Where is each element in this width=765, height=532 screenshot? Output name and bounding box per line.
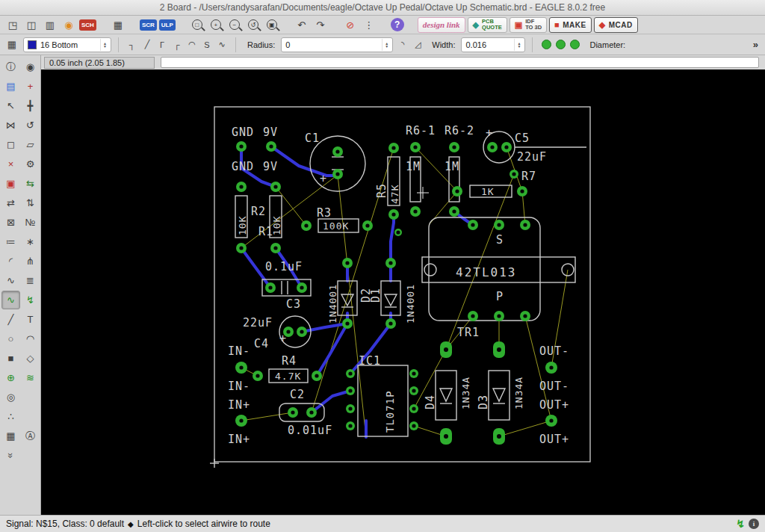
split-tool[interactable]: ⋔	[21, 252, 40, 270]
more-options-button[interactable]: ⋮	[361, 17, 377, 32]
ripup-tool[interactable]: ↯	[21, 291, 40, 309]
toolbar-overflow-chevron[interactable]: »	[753, 39, 761, 50]
radius-select[interactable]: 0	[281, 37, 393, 52]
miter-straight-button[interactable]: ◿	[411, 38, 424, 52]
via-shape-round-button[interactable]	[542, 40, 551, 49]
print-button[interactable]: ▥	[42, 17, 58, 32]
zoom-out-button[interactable]: −	[226, 17, 243, 32]
meander-tool[interactable]: ∿	[1, 271, 20, 290]
idf-to-3d-button[interactable]: ▣IDFTO 3D	[510, 17, 547, 33]
align-tool[interactable]: ≣	[21, 271, 40, 290]
bend-style-freehand[interactable]: ∿	[215, 38, 229, 52]
bend-style-90-down[interactable]: Γ	[155, 38, 169, 52]
miter-round-button[interactable]: ◝	[396, 38, 409, 52]
drill-hole	[413, 209, 417, 213]
split-tool-icon: ⋔	[26, 256, 34, 267]
select-tool[interactable]: ↖	[1, 96, 20, 115]
change-tool[interactable]: ⚙	[21, 155, 40, 173]
text-tool[interactable]: T	[21, 310, 40, 329]
gateswap-tool[interactable]: ⇅	[21, 194, 40, 212]
group-tool[interactable]: ◻	[1, 135, 20, 154]
rect-tool[interactable]: ■	[1, 349, 20, 368]
bend-style-s[interactable]: S	[200, 38, 214, 52]
mark-tool[interactable]: +	[21, 77, 40, 96]
notification-icon[interactable]: i	[749, 519, 759, 529]
lightning-icon[interactable]: ↯	[736, 518, 745, 530]
drill-hole	[452, 209, 456, 213]
make-button[interactable]: ■MAKE	[549, 17, 592, 33]
paste-tool[interactable]: ▣	[1, 174, 20, 193]
copy-tool[interactable]: ▱	[21, 135, 40, 154]
signal-tool[interactable]: ≋	[21, 368, 40, 387]
arc-tool[interactable]: ◠	[21, 330, 40, 348]
zoom-in-button[interactable]: +	[208, 17, 224, 32]
circle-tool[interactable]: ○	[1, 330, 20, 348]
cam-processor-button[interactable]: ◉	[61, 17, 77, 32]
mcad-button[interactable]: ◆MCAD	[594, 17, 638, 33]
pcb-drawing[interactable]: GND9VC1R6-1R6-2C522uFGND9V1M1MR71KR547K1…	[41, 69, 765, 515]
show-tool[interactable]: ◉	[21, 58, 40, 76]
switch-to-schematic-button[interactable]: SCH	[79, 19, 96, 31]
hole-tool[interactable]: ◎	[1, 388, 20, 406]
via-shape-square-button[interactable]	[570, 40, 580, 49]
bend-style-arc[interactable]: ◠	[185, 38, 199, 52]
drill-hole	[286, 330, 290, 333]
undo-button[interactable]: ↶	[294, 17, 310, 32]
drill-hole	[239, 144, 243, 148]
rotate-tool[interactable]: ↺	[21, 116, 40, 134]
pinswap-tool[interactable]: ⇆	[21, 174, 40, 193]
bend-style-corner[interactable]: ┌	[170, 38, 184, 52]
silkscreen-label: 1M	[445, 160, 459, 173]
mcad-button-icon: ◆	[599, 20, 606, 30]
expand-tools[interactable]: »	[1, 446, 20, 465]
stop-button[interactable]: ⊘	[342, 17, 359, 32]
errors-tool[interactable]: Ⓐ	[21, 427, 40, 445]
design-manager-button[interactable]: ▦	[110, 17, 126, 32]
bend-style-90-up[interactable]: ┐	[126, 38, 139, 52]
board-canvas[interactable]: GND9VC1R6-1R6-2C522uFGND9V1M1MR71KR547K1…	[41, 69, 765, 515]
help-button[interactable]: ?	[391, 18, 404, 31]
silkscreen-label: 0.1uF	[265, 260, 303, 273]
pcb-quote-button-icon: ◆	[473, 20, 479, 30]
move-tool[interactable]: ╋	[21, 96, 40, 115]
via-shape-octagon-button[interactable]	[556, 40, 566, 49]
display-layers-tool[interactable]: ▤	[1, 77, 20, 96]
redo-button[interactable]: ↷	[312, 17, 329, 32]
smash-tool[interactable]: ∗	[21, 232, 40, 251]
drc-tool[interactable]: ▦	[1, 427, 20, 445]
delete-tool-icon: ×	[8, 158, 14, 170]
replace-tool[interactable]: ⇄	[1, 194, 20, 212]
design-link-button[interactable]: design link	[418, 17, 465, 33]
name-tool[interactable]: №	[21, 213, 40, 232]
route-tool-icon: ∿	[7, 294, 15, 306]
layer-select[interactable]: 16 Bottom	[23, 37, 111, 52]
run-script-button[interactable]: SCR	[140, 19, 157, 31]
ratsnest-tool[interactable]: ∴	[1, 407, 20, 426]
lock-tool[interactable]: ⊠	[1, 213, 20, 232]
value-tool[interactable]: ≔	[1, 232, 20, 251]
mirror-tool[interactable]: ⋈	[1, 116, 20, 134]
drill-hole	[412, 371, 415, 375]
open-button[interactable]: ◳	[4, 17, 21, 32]
zoom-select-button[interactable]: ▣	[264, 17, 280, 32]
bend-style-diagonal[interactable]: ╱	[140, 38, 154, 52]
airwire	[446, 174, 514, 350]
miter-tool[interactable]: ◜	[1, 252, 20, 270]
wire-tool[interactable]: ╱	[1, 310, 20, 329]
command-input[interactable]	[161, 57, 759, 68]
delete-tool[interactable]: ×	[1, 155, 20, 173]
width-select[interactable]: 0.016	[461, 37, 525, 52]
pcb-quote-button[interactable]: ◆PCBQUOTE	[468, 17, 507, 33]
status-signal-text: Signal: N$15, Class: 0 default	[6, 519, 124, 529]
route-tool[interactable]: ∿	[1, 291, 20, 309]
save-button[interactable]: ◫	[23, 17, 40, 32]
info-tool[interactable]: ⓘ	[1, 58, 20, 76]
run-ulp-button[interactable]: ULP	[159, 19, 176, 31]
tool-row: ↖╋	[0, 96, 40, 115]
zoom-fit-button[interactable]: □	[189, 17, 205, 32]
grid-button[interactable]: ▦	[4, 37, 20, 52]
mark-tool-icon: +	[28, 81, 34, 92]
zoom-redraw-button[interactable]: ↺	[245, 17, 261, 32]
via-tool[interactable]: ⊕	[1, 368, 20, 387]
polygon-tool[interactable]: ◇	[21, 349, 40, 368]
